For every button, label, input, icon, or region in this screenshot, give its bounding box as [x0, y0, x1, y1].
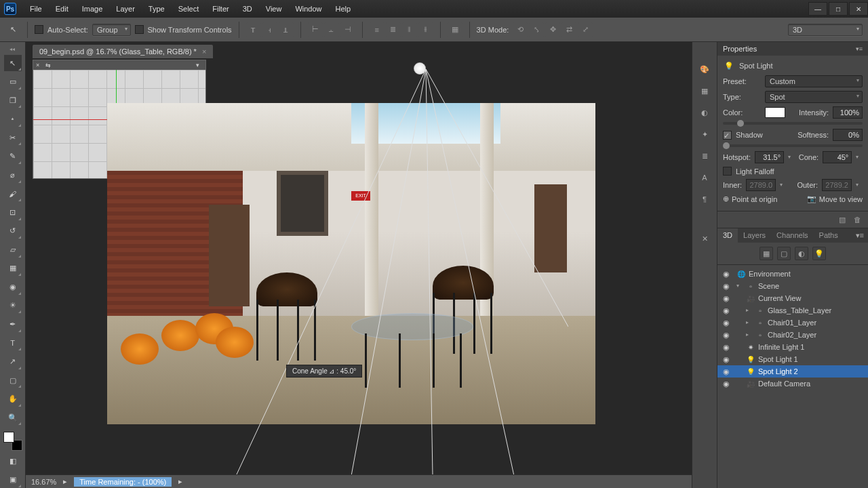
- tree-row[interactable]: ◉ ▸ ▫ Chair02_Layer: [717, 329, 868, 341]
- menu-3d[interactable]: 3D: [236, 2, 259, 16]
- align-right-icon[interactable]: ⊣: [340, 22, 355, 37]
- intensity-slider[interactable]: [723, 122, 863, 125]
- inner-input[interactable]: 2789.0: [746, 179, 776, 191]
- menu-type[interactable]: Type: [142, 2, 172, 16]
- hotspot-stepper[interactable]: ▾: [788, 154, 795, 161]
- hotspot-input[interactable]: 31.5°: [755, 151, 784, 163]
- dist-3-icon[interactable]: ⫴: [402, 22, 417, 37]
- dodge-tool[interactable]: ☀: [4, 298, 22, 314]
- align-hcenter-icon[interactable]: ⫠: [324, 22, 339, 37]
- tab-close-icon[interactable]: ×: [202, 47, 206, 56]
- history-brush-tool[interactable]: ↺: [4, 223, 22, 240]
- render-settings-icon[interactable]: ▧: [837, 214, 848, 225]
- align-left-icon[interactable]: ⊢: [308, 22, 323, 37]
- zoom-level[interactable]: 16.67%: [31, 478, 56, 486]
- slide-icon[interactable]: ⇄: [561, 22, 576, 37]
- inner-stepper[interactable]: ▾: [780, 182, 787, 188]
- menu-help[interactable]: Help: [329, 2, 358, 16]
- move-tool[interactable]: ↖: [4, 55, 22, 72]
- sv-swap-icon[interactable]: ⇆: [45, 62, 52, 68]
- tree-row[interactable]: ◉ 💡 Spot Light 2: [717, 365, 868, 378]
- hand-tool[interactable]: ✋: [4, 390, 22, 407]
- gradient-tool[interactable]: ▦: [4, 260, 22, 277]
- sv-menu-icon[interactable]: ▾: [196, 62, 203, 68]
- character-dock-icon[interactable]: A: [696, 169, 713, 186]
- crop-tool[interactable]: ✂: [4, 129, 22, 146]
- visibility-eye-icon[interactable]: ◉: [722, 319, 731, 327]
- outer-stepper[interactable]: ▾: [856, 182, 863, 188]
- roll-icon[interactable]: ⤣: [529, 22, 544, 37]
- menu-select[interactable]: Select: [172, 2, 206, 16]
- filter-meshes-icon[interactable]: ▢: [777, 247, 791, 260]
- preset-dropdown[interactable]: Custom: [765, 75, 863, 87]
- visibility-eye-icon[interactable]: ◉: [722, 331, 731, 340]
- quickmask-tool[interactable]: ◧: [4, 453, 22, 470]
- menu-window[interactable]: Window: [288, 2, 328, 16]
- tree-row[interactable]: ◉ 🎥 Current View: [717, 292, 868, 304]
- tree-row[interactable]: ◉ ✷ Infinite Light 1: [717, 341, 868, 353]
- outer-input[interactable]: 2789.2: [822, 179, 852, 191]
- document-tab[interactable]: 09_begin.psd @ 16.7% (Glass_Table, RGB/8…: [33, 45, 213, 58]
- close-button[interactable]: ✕: [849, 2, 868, 16]
- visibility-eye-icon[interactable]: ◉: [722, 343, 731, 352]
- pan-icon[interactable]: ✥: [545, 22, 560, 37]
- transform-checkbox[interactable]: [135, 25, 144, 34]
- align-bottom-icon[interactable]: ⫫: [279, 22, 294, 37]
- screenmode-tool[interactable]: ▣: [4, 471, 22, 488]
- align-vcenter-icon[interactable]: ⫞: [262, 22, 277, 37]
- point-at-origin-button[interactable]: ⊕ Point at origin: [723, 195, 777, 203]
- eraser-tool[interactable]: ▱: [4, 241, 22, 258]
- shadow-checkbox[interactable]: ✓: [723, 131, 732, 140]
- visibility-eye-icon[interactable]: ◉: [722, 380, 731, 388]
- color-swatches[interactable]: [3, 432, 22, 450]
- cone-input[interactable]: 45°: [823, 151, 852, 163]
- wand-tool[interactable]: ⋆: [4, 110, 22, 127]
- shape-tool[interactable]: ▢: [4, 372, 22, 389]
- auto-select-dropdown[interactable]: Group: [92, 24, 131, 36]
- marquee-tool[interactable]: ▭: [4, 73, 22, 90]
- styles-dock-icon[interactable]: ✦: [696, 126, 713, 142]
- filter-lights-icon[interactable]: 💡: [812, 247, 826, 260]
- type-tool[interactable]: T: [4, 335, 22, 352]
- menu-filter[interactable]: Filter: [205, 2, 235, 16]
- lasso-tool[interactable]: ❐: [4, 92, 22, 109]
- dist-4-icon[interactable]: ⫵: [418, 22, 433, 37]
- tree-row[interactable]: ◉ 💡 Spot Light 1: [717, 353, 868, 365]
- adjustments-dock-icon[interactable]: ◐: [696, 104, 713, 121]
- tab-layers[interactable]: Layers: [738, 228, 771, 243]
- filter-materials-icon[interactable]: ◐: [795, 247, 808, 260]
- expand-arrow-icon[interactable]: ▸: [746, 319, 753, 326]
- filter-scene-icon[interactable]: ▦: [760, 247, 773, 260]
- expand-arrow-icon[interactable]: ▸: [746, 331, 753, 338]
- visibility-eye-icon[interactable]: ◉: [722, 282, 731, 291]
- visibility-eye-icon[interactable]: ◉: [722, 367, 731, 376]
- color-swatch[interactable]: [765, 107, 785, 118]
- properties-tab[interactable]: Properties ▾≡: [717, 42, 868, 56]
- orbit-icon[interactable]: ⟲: [513, 22, 528, 37]
- menu-image[interactable]: Image: [75, 2, 110, 16]
- scale-icon[interactable]: ⤢: [578, 22, 593, 37]
- expand-arrow-icon[interactable]: ▸: [746, 307, 753, 314]
- zoom-tool[interactable]: 🔍: [4, 409, 22, 426]
- move-to-view-button[interactable]: 📷 Move to view: [807, 195, 863, 203]
- softness-slider[interactable]: [723, 144, 863, 147]
- light-widget[interactable]: [414, 62, 426, 75]
- menu-edit[interactable]: Edit: [49, 2, 75, 16]
- sv-close-icon[interactable]: ×: [36, 62, 43, 68]
- menu-view[interactable]: View: [259, 2, 289, 16]
- status-play-icon[interactable]: ▸: [178, 477, 182, 486]
- canvas-area[interactable]: 09_begin.psd @ 16.7% (Glass_Table, RGB/8…: [26, 42, 692, 488]
- brush-tool[interactable]: 🖌: [4, 186, 22, 203]
- visibility-eye-icon[interactable]: ◉: [722, 294, 731, 303]
- dist-2-icon[interactable]: ≣: [386, 22, 401, 37]
- color-dock-icon[interactable]: 🎨: [696, 61, 713, 77]
- menu-file[interactable]: File: [23, 2, 49, 16]
- panel-menu-icon[interactable]: ▾≡: [856, 45, 863, 52]
- healing-tool[interactable]: ⌀: [4, 167, 22, 184]
- visibility-eye-icon[interactable]: ◉: [722, 270, 731, 279]
- layers-dock-icon[interactable]: ≣: [696, 148, 713, 164]
- trash-icon[interactable]: 🗑: [852, 214, 863, 225]
- tab-3d[interactable]: 3D: [717, 228, 738, 243]
- minimize-button[interactable]: —: [808, 2, 827, 16]
- cone-stepper[interactable]: ▾: [856, 154, 863, 161]
